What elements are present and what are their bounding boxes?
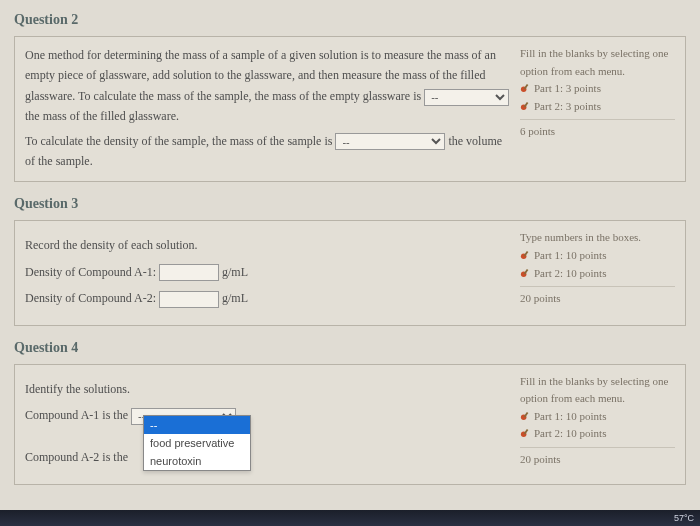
pin-icon — [520, 100, 531, 111]
dropdown-option[interactable]: food preservative — [144, 434, 250, 452]
question-3-header: Question 3 — [14, 196, 686, 212]
q2-text-c: To calculate the density of the sample, … — [25, 134, 335, 148]
q2-blank-1-select[interactable]: -- — [424, 89, 509, 106]
dropdown-option[interactable]: neurotoxin — [144, 452, 250, 470]
question-3-card: Record the density of each solution. Den… — [14, 220, 686, 325]
pin-icon — [520, 427, 531, 438]
question-3-body: Record the density of each solution. Den… — [25, 229, 512, 314]
q2-total: 6 points — [520, 123, 675, 141]
divider — [520, 119, 675, 120]
question-2-sidebar: Fill in the blanks by selecting one opti… — [520, 45, 675, 171]
question-4-body: Identify the solutions. Compound A-1 is … — [25, 373, 512, 474]
question-3-sidebar: Type numbers in the boxes. Part 1: 10 po… — [520, 229, 675, 314]
unit-label: g/mL — [222, 291, 248, 305]
question-2-header: Question 2 — [14, 12, 686, 28]
q3-part2: Part 2: 10 points — [520, 265, 675, 283]
pin-icon — [520, 267, 531, 278]
question-2-card: One method for determining the mass of a… — [14, 36, 686, 182]
question-4-card: Identify the solutions. Compound A-1 is … — [14, 364, 686, 485]
question-4-sidebar: Fill in the blanks by selecting one opti… — [520, 373, 675, 474]
q3-row1-label: Density of Compound A-1: — [25, 265, 156, 279]
q2-blank-2-select[interactable]: -- — [335, 133, 445, 150]
q3-part1: Part 1: 10 points — [520, 247, 675, 265]
dropdown-option[interactable]: -- — [144, 416, 250, 434]
pin-icon — [520, 410, 531, 421]
unit-label: g/mL — [222, 265, 248, 279]
density-a2-input[interactable] — [159, 291, 219, 308]
q4-head: Identify the solutions. — [25, 379, 512, 399]
q3-head: Record the density of each solution. — [25, 235, 512, 255]
question-4-header: Question 4 — [14, 340, 686, 356]
taskbar-temp: 57°C — [674, 513, 694, 523]
q2-part1: Part 1: 3 points — [520, 80, 675, 98]
q4-part1: Part 1: 10 points — [520, 408, 675, 426]
pin-icon — [520, 82, 531, 93]
q4-row2-label: Compound A-2 is the — [25, 450, 128, 464]
question-2-body: One method for determining the mass of a… — [25, 45, 512, 171]
compound-a1-dropdown-list[interactable]: -- food preservative neurotoxin — [143, 415, 251, 471]
q3-row2-label: Density of Compound A-2: — [25, 291, 156, 305]
q4-row1-label: Compound A-1 is the — [25, 408, 131, 422]
divider — [520, 286, 675, 287]
q4-instructions: Fill in the blanks by selecting one opti… — [520, 373, 675, 408]
q2-part2: Part 2: 3 points — [520, 98, 675, 116]
density-a1-input[interactable] — [159, 264, 219, 281]
q3-total: 20 points — [520, 290, 675, 308]
q3-instructions: Type numbers in the boxes. — [520, 229, 675, 247]
q2-instructions: Fill in the blanks by selecting one opti… — [520, 45, 675, 80]
q4-total: 20 points — [520, 451, 675, 469]
divider — [520, 447, 675, 448]
q2-text-b: the mass of the filled glassware. — [25, 109, 179, 123]
q4-part2: Part 2: 10 points — [520, 425, 675, 443]
taskbar: 57°C — [0, 510, 700, 526]
pin-icon — [520, 249, 531, 260]
